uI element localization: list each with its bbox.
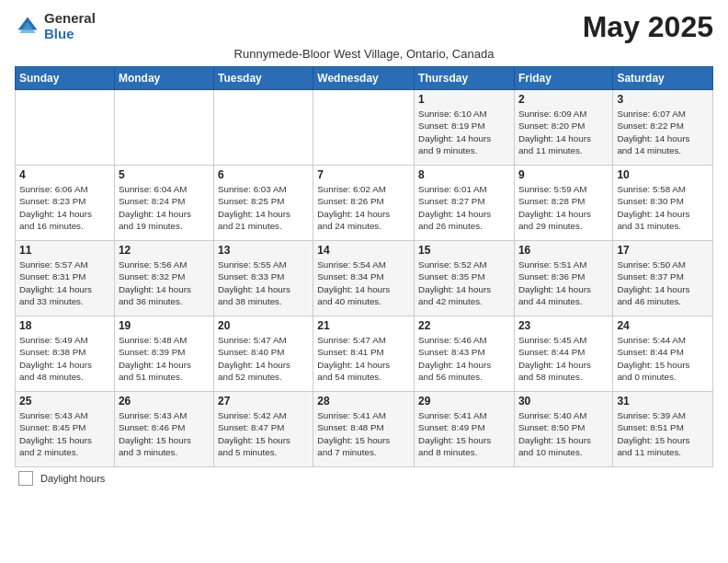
- day-header-wednesday: Wednesday: [313, 67, 415, 90]
- day-number: 19: [119, 319, 210, 332]
- day-header-saturday: Saturday: [613, 67, 713, 90]
- calendar-cell: 20Sunrise: 5:47 AM Sunset: 8:40 PM Dayli…: [213, 316, 313, 392]
- day-number: 9: [518, 168, 609, 181]
- calendar-cell: 18Sunrise: 5:49 AM Sunset: 8:38 PM Dayli…: [16, 316, 115, 392]
- calendar-cell: 6Sunrise: 6:03 AM Sunset: 8:25 PM Daylig…: [213, 166, 313, 241]
- calendar-cell: 10Sunrise: 5:58 AM Sunset: 8:30 PM Dayli…: [613, 166, 713, 241]
- calendar-cell: 2Sunrise: 6:09 AM Sunset: 8:20 PM Daylig…: [514, 90, 612, 166]
- calendar-cell: [114, 90, 213, 166]
- day-number: 6: [218, 168, 309, 181]
- day-info: Sunrise: 5:52 AM Sunset: 8:35 PM Dayligh…: [418, 259, 510, 307]
- day-number: 28: [317, 395, 410, 408]
- day-info: Sunrise: 5:56 AM Sunset: 8:32 PM Dayligh…: [119, 259, 210, 307]
- day-info: Sunrise: 5:41 AM Sunset: 8:48 PM Dayligh…: [317, 409, 410, 458]
- day-number: 11: [19, 244, 110, 257]
- day-header-sunday: Sunday: [16, 67, 115, 90]
- day-info: Sunrise: 5:51 AM Sunset: 8:36 PM Dayligh…: [518, 259, 609, 307]
- day-number: 8: [418, 168, 510, 181]
- day-number: 25: [19, 395, 110, 408]
- header-row: SundayMondayTuesdayWednesdayThursdayFrid…: [16, 67, 713, 90]
- day-number: 18: [19, 319, 110, 332]
- calendar-cell: 30Sunrise: 5:40 AM Sunset: 8:50 PM Dayli…: [514, 392, 612, 467]
- calendar-cell: 8Sunrise: 6:01 AM Sunset: 8:27 PM Daylig…: [415, 166, 515, 241]
- calendar-body: 1Sunrise: 6:10 AM Sunset: 8:19 PM Daylig…: [16, 90, 713, 467]
- calendar-cell: 9Sunrise: 5:59 AM Sunset: 8:28 PM Daylig…: [514, 166, 612, 241]
- day-number: 1: [418, 93, 510, 106]
- page: General Blue May 2025 Runnymede-Bloor We…: [0, 0, 728, 493]
- calendar-cell: 15Sunrise: 5:52 AM Sunset: 8:35 PM Dayli…: [415, 241, 515, 316]
- day-info: Sunrise: 5:43 AM Sunset: 8:46 PM Dayligh…: [119, 409, 210, 458]
- logo-general: General: [44, 10, 96, 26]
- week-row-2: 11Sunrise: 5:57 AM Sunset: 8:31 PM Dayli…: [16, 241, 713, 316]
- calendar-cell: [16, 90, 115, 166]
- day-number: 7: [317, 168, 410, 181]
- day-header-tuesday: Tuesday: [213, 67, 313, 90]
- calendar-cell: 23Sunrise: 5:45 AM Sunset: 8:44 PM Dayli…: [514, 316, 612, 392]
- day-number: 21: [317, 319, 410, 332]
- logo-blue: Blue: [44, 26, 74, 41]
- calendar-cell: [313, 90, 415, 166]
- day-number: 4: [19, 168, 110, 181]
- day-info: Sunrise: 5:58 AM Sunset: 8:30 PM Dayligh…: [617, 183, 709, 232]
- day-number: 27: [218, 395, 309, 408]
- calendar-cell: 29Sunrise: 5:41 AM Sunset: 8:49 PM Dayli…: [415, 392, 515, 467]
- logo-icon: [15, 14, 40, 40]
- calendar-cell: 21Sunrise: 5:47 AM Sunset: 8:41 PM Dayli…: [313, 316, 415, 392]
- calendar-cell: 27Sunrise: 5:42 AM Sunset: 8:47 PM Dayli…: [213, 392, 313, 467]
- day-info: Sunrise: 5:44 AM Sunset: 8:44 PM Dayligh…: [617, 334, 709, 383]
- day-number: 14: [317, 244, 410, 257]
- day-number: 29: [418, 395, 510, 408]
- day-number: 16: [518, 244, 609, 257]
- day-info: Sunrise: 5:59 AM Sunset: 8:28 PM Dayligh…: [518, 183, 609, 232]
- title-section: May 2025: [583, 11, 713, 43]
- logo: General Blue: [15, 11, 96, 41]
- day-info: Sunrise: 5:39 AM Sunset: 8:51 PM Dayligh…: [617, 409, 709, 458]
- day-info: Sunrise: 6:07 AM Sunset: 8:22 PM Dayligh…: [617, 108, 709, 156]
- day-info: Sunrise: 6:03 AM Sunset: 8:25 PM Dayligh…: [218, 183, 309, 232]
- day-header-thursday: Thursday: [415, 67, 515, 90]
- day-number: 2: [518, 93, 609, 106]
- day-info: Sunrise: 5:47 AM Sunset: 8:41 PM Dayligh…: [317, 334, 410, 383]
- day-info: Sunrise: 5:47 AM Sunset: 8:40 PM Dayligh…: [218, 334, 309, 383]
- day-info: Sunrise: 5:57 AM Sunset: 8:31 PM Dayligh…: [19, 259, 110, 307]
- calendar-table: SundayMondayTuesdayWednesdayThursdayFrid…: [15, 66, 713, 467]
- day-info: Sunrise: 5:40 AM Sunset: 8:50 PM Dayligh…: [518, 409, 609, 458]
- calendar-cell: 3Sunrise: 6:07 AM Sunset: 8:22 PM Daylig…: [613, 90, 713, 166]
- day-header-friday: Friday: [514, 67, 612, 90]
- day-number: 12: [119, 244, 210, 257]
- daylight-box: [18, 471, 33, 486]
- day-number: 24: [617, 319, 709, 332]
- day-info: Sunrise: 6:02 AM Sunset: 8:26 PM Dayligh…: [317, 183, 410, 232]
- calendar-cell: 17Sunrise: 5:50 AM Sunset: 8:37 PM Dayli…: [613, 241, 713, 316]
- calendar-cell: 7Sunrise: 6:02 AM Sunset: 8:26 PM Daylig…: [313, 166, 415, 241]
- day-info: Sunrise: 5:41 AM Sunset: 8:49 PM Dayligh…: [418, 409, 510, 458]
- calendar-cell: 12Sunrise: 5:56 AM Sunset: 8:32 PM Dayli…: [114, 241, 213, 316]
- logo-text: General Blue: [44, 11, 96, 41]
- day-info: Sunrise: 6:09 AM Sunset: 8:20 PM Dayligh…: [518, 108, 609, 156]
- day-number: 30: [518, 395, 609, 408]
- calendar-cell: 26Sunrise: 5:43 AM Sunset: 8:46 PM Dayli…: [114, 392, 213, 467]
- calendar-cell: 16Sunrise: 5:51 AM Sunset: 8:36 PM Dayli…: [514, 241, 612, 316]
- day-info: Sunrise: 5:43 AM Sunset: 8:45 PM Dayligh…: [19, 409, 110, 458]
- day-info: Sunrise: 5:46 AM Sunset: 8:43 PM Dayligh…: [418, 334, 510, 383]
- day-info: Sunrise: 5:42 AM Sunset: 8:47 PM Dayligh…: [218, 409, 309, 458]
- daylight-label: Daylight hours: [40, 473, 105, 484]
- footer: Daylight hours: [15, 471, 713, 486]
- calendar-header: SundayMondayTuesdayWednesdayThursdayFrid…: [16, 67, 713, 90]
- calendar-cell: 1Sunrise: 6:10 AM Sunset: 8:19 PM Daylig…: [415, 90, 515, 166]
- day-number: 5: [119, 168, 210, 181]
- calendar-cell: [213, 90, 313, 166]
- day-info: Sunrise: 5:49 AM Sunset: 8:38 PM Dayligh…: [19, 334, 110, 383]
- day-number: 3: [617, 93, 709, 106]
- day-info: Sunrise: 5:50 AM Sunset: 8:37 PM Dayligh…: [617, 259, 709, 307]
- day-number: 15: [418, 244, 510, 257]
- day-number: 23: [518, 319, 609, 332]
- month-title: May 2025: [583, 11, 713, 43]
- day-number: 22: [418, 319, 510, 332]
- week-row-0: 1Sunrise: 6:10 AM Sunset: 8:19 PM Daylig…: [16, 90, 713, 166]
- week-row-1: 4Sunrise: 6:06 AM Sunset: 8:23 PM Daylig…: [16, 166, 713, 241]
- day-info: Sunrise: 5:54 AM Sunset: 8:34 PM Dayligh…: [317, 259, 410, 307]
- calendar-cell: 25Sunrise: 5:43 AM Sunset: 8:45 PM Dayli…: [16, 392, 115, 467]
- day-info: Sunrise: 6:01 AM Sunset: 8:27 PM Dayligh…: [418, 183, 510, 232]
- calendar-cell: 28Sunrise: 5:41 AM Sunset: 8:48 PM Dayli…: [313, 392, 415, 467]
